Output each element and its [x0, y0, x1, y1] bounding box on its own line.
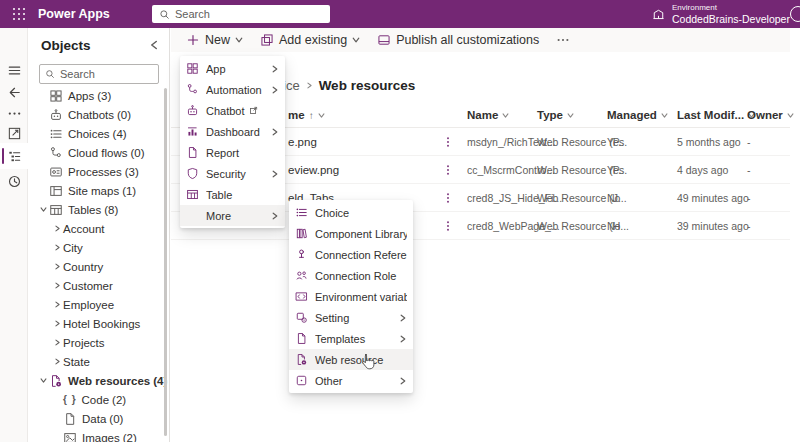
menu-item-table[interactable]: Table: [180, 184, 285, 205]
chevron-down-icon: [502, 112, 509, 119]
tree-item-account[interactable]: Account: [29, 219, 169, 238]
chevron-right-icon: [54, 244, 61, 251]
add-existing-button[interactable]: Add existing: [260, 33, 360, 47]
chatbot-icon: [186, 104, 199, 117]
report-doc-icon: [186, 146, 199, 159]
panel-search-input[interactable]: Search: [39, 64, 159, 84]
tree-item-data[interactable]: Data(0): [29, 409, 169, 428]
chevron-right-icon: [54, 263, 61, 270]
tree-item-web-resources[interactable]: Web resources(4): [29, 371, 169, 390]
image-icon: [63, 431, 77, 442]
app-grid-icon: [186, 62, 199, 75]
tree-item-country[interactable]: Country: [29, 257, 169, 276]
column-owner[interactable]: Owner: [747, 102, 794, 128]
new-menu: App Automation Chatbot Dashboard Report …: [180, 56, 285, 228]
tree-item-cloud-flows[interactable]: Cloud flows(0): [29, 143, 169, 162]
panel-title: Objects: [41, 38, 91, 53]
environment-switcher[interactable]: Environment CoddedBrains-Developer: [652, 0, 790, 28]
tree-item-hotel-bookings[interactable]: Hotel Bookings: [29, 314, 169, 333]
menu-item-report[interactable]: Report: [180, 142, 285, 163]
tree-item-code[interactable]: { }Code(2): [29, 390, 169, 409]
chatbot-icon: [49, 108, 63, 122]
automation-flow-icon: [186, 83, 199, 96]
publish-icon: [377, 33, 391, 47]
menu-item-connection-reference[interactable]: Connection Reference: [289, 244, 413, 265]
chevron-right-icon: [54, 320, 61, 327]
menu-item-chatbot[interactable]: Chatbot: [180, 100, 285, 121]
row-more-icon[interactable]: [442, 164, 454, 176]
column-type[interactable]: Type: [537, 102, 574, 128]
collapse-panel-icon[interactable]: [149, 40, 159, 50]
breadcrumb-parent[interactable]: ice: [283, 78, 300, 93]
tree-item-apps[interactable]: Apps(3): [29, 86, 169, 105]
menu-item-templates[interactable]: Templates: [289, 328, 413, 349]
column-name[interactable]: Name: [467, 102, 509, 128]
submenu-arrow-icon: [399, 377, 407, 385]
tree-item-customer[interactable]: Customer: [29, 276, 169, 295]
chevron-right-icon: [54, 301, 61, 308]
left-rail: [0, 28, 28, 442]
menu-item-web-resource[interactable]: Web resource: [289, 349, 413, 370]
panel-search-placeholder: Search: [60, 68, 95, 80]
menu-item-other[interactable]: Other: [289, 370, 413, 391]
menu-item-automation[interactable]: Automation: [180, 79, 285, 100]
history-icon[interactable]: [0, 170, 28, 192]
tree-item-employee[interactable]: Employee: [29, 295, 169, 314]
menu-item-setting[interactable]: Setting: [289, 307, 413, 328]
chevron-right-icon: [54, 339, 61, 346]
menu-item-connection-role[interactable]: Connection Role: [289, 265, 413, 286]
new-button[interactable]: New: [186, 33, 243, 47]
submenu-arrow-icon: [271, 128, 279, 136]
global-search-input[interactable]: Search: [152, 5, 330, 23]
hand-cursor-icon: [360, 353, 375, 370]
menu-item-choice[interactable]: Choice: [289, 202, 413, 223]
publish-button[interactable]: Publish all customizations: [377, 33, 539, 47]
tree-item-processes[interactable]: Processes(3): [29, 162, 169, 181]
column-last-modified[interactable]: Last Modif...: [677, 102, 755, 128]
chevron-down-icon: [567, 112, 574, 119]
tree-item-city[interactable]: City: [29, 238, 169, 257]
global-nav-icon[interactable]: [0, 59, 28, 81]
solution-export-icon[interactable]: [0, 122, 28, 144]
menu-item-app[interactable]: App: [180, 58, 285, 79]
site-map-icon: [49, 184, 63, 198]
tree-item-site-maps[interactable]: Site maps(1): [29, 181, 169, 200]
tree-item-images[interactable]: Images(2): [29, 428, 169, 442]
tree-item-projects[interactable]: Projects: [29, 333, 169, 352]
panel-scrollbar[interactable]: [164, 88, 167, 436]
chevron-right-icon: [306, 82, 313, 89]
row-more-icon[interactable]: [442, 192, 454, 204]
security-shield-icon: [186, 167, 199, 180]
chevron-down-icon: [40, 377, 47, 384]
menu-item-component-library[interactable]: Component Library: [289, 223, 413, 244]
environment-label: Environment: [672, 3, 790, 13]
menu-item-more[interactable]: More: [180, 205, 285, 226]
sort-ascending-icon: ↑: [309, 110, 314, 121]
connection-reference-icon: [295, 248, 308, 261]
row-more-icon[interactable]: [442, 136, 454, 148]
overflow-button[interactable]: [556, 33, 570, 47]
tree-item-state[interactable]: State: [29, 352, 169, 371]
breadcrumb-current: Web resources: [319, 78, 416, 93]
chevron-down-icon: [318, 112, 325, 119]
objects-tree-icon[interactable]: [0, 143, 28, 169]
component-library-icon: [295, 227, 308, 240]
column-managed[interactable]: Managed: [607, 102, 668, 128]
top-bar: Power Apps Search Environment CoddedBrai…: [0, 0, 800, 28]
global-search-placeholder: Search: [175, 8, 210, 20]
menu-item-environment-variable[interactable]: Environment variable: [289, 286, 413, 307]
settings-icon-partial[interactable]: [790, 6, 800, 22]
power-apps-window: Power Apps Search Environment CoddedBrai…: [0, 0, 800, 442]
tree-item-tables[interactable]: Tables(8): [29, 200, 169, 219]
other-box-icon: [295, 374, 308, 387]
menu-item-dashboard[interactable]: Dashboard: [180, 121, 285, 142]
waffle-icon[interactable]: [13, 8, 25, 20]
choice-list-icon: [295, 206, 308, 219]
row-more-icon[interactable]: [442, 220, 454, 232]
tree-item-choices[interactable]: Choices(4): [29, 124, 169, 143]
tree-item-chatbots[interactable]: Chatbots(0): [29, 105, 169, 124]
rail-more-icon[interactable]: [0, 102, 28, 124]
menu-item-security[interactable]: Security: [180, 163, 285, 184]
back-icon[interactable]: [0, 81, 28, 103]
column-display-name[interactable]: me↑: [288, 102, 325, 128]
